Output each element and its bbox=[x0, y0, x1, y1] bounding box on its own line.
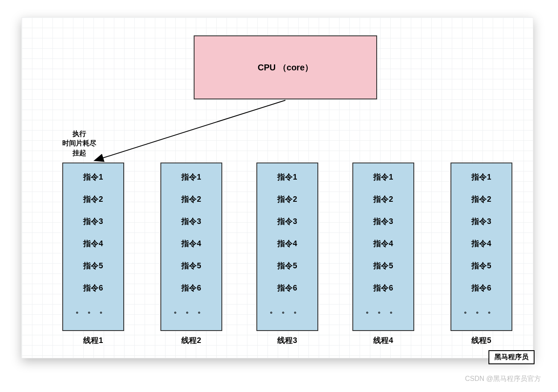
ellipsis: 。。。 bbox=[257, 305, 317, 315]
arrow-annotation: 执行 时间片耗尽 挂起 bbox=[62, 129, 96, 158]
thread-label-4: 线程4 bbox=[352, 335, 414, 346]
watermark-text: 黑马程序员 bbox=[494, 353, 529, 360]
thread-label-2: 线程2 bbox=[160, 335, 222, 346]
thread-label-5: 线程5 bbox=[450, 335, 512, 346]
instruction: 指令2 bbox=[257, 194, 317, 204]
instruction: 指令1 bbox=[161, 172, 221, 182]
instruction: 指令1 bbox=[353, 172, 413, 182]
instruction: 指令5 bbox=[353, 261, 413, 271]
instruction: 指令2 bbox=[353, 194, 413, 204]
annot-line1: 执行 bbox=[62, 129, 96, 139]
ellipsis: 。。。 bbox=[451, 305, 512, 315]
instruction: 指令3 bbox=[257, 216, 317, 226]
instruction: 指令5 bbox=[257, 261, 317, 271]
instruction: 指令3 bbox=[63, 216, 123, 226]
thread-label-1: 线程1 bbox=[62, 335, 124, 346]
instruction: 指令2 bbox=[161, 194, 221, 204]
instruction: 指令2 bbox=[63, 194, 123, 204]
ellipsis: 。。。 bbox=[353, 305, 413, 315]
instruction: 指令3 bbox=[451, 216, 512, 226]
thread-label-3: 线程3 bbox=[256, 335, 318, 346]
thread-box-2: 指令1 指令2 指令3 指令4 指令5 指令6 。。。 bbox=[160, 163, 222, 331]
annot-line2: 时间片耗尽 bbox=[62, 139, 96, 148]
instruction: 指令6 bbox=[451, 283, 512, 293]
svg-line-1 bbox=[95, 100, 285, 160]
thread-box-3: 指令1 指令2 指令3 指令4 指令5 指令6 。。。 bbox=[256, 163, 318, 331]
thread-box-5: 指令1 指令2 指令3 指令4 指令5 指令6 。。。 bbox=[450, 163, 512, 331]
instruction: 指令5 bbox=[63, 261, 123, 271]
instruction: 指令1 bbox=[257, 172, 317, 182]
instruction: 指令4 bbox=[161, 238, 221, 249]
instruction: 指令5 bbox=[161, 261, 221, 271]
cpu-label: CPU （core） bbox=[258, 62, 313, 73]
instruction: 指令6 bbox=[63, 283, 123, 293]
instruction: 指令1 bbox=[451, 172, 512, 182]
instruction: 指令6 bbox=[353, 283, 413, 293]
instruction: 指令5 bbox=[451, 261, 512, 271]
instruction: 指令2 bbox=[451, 194, 512, 204]
instruction: 指令6 bbox=[161, 283, 221, 293]
thread-box-4: 指令1 指令2 指令3 指令4 指令5 指令6 。。。 bbox=[352, 163, 414, 331]
instruction: 指令3 bbox=[161, 216, 221, 226]
instruction: 指令4 bbox=[353, 238, 413, 249]
watermark-box: 黑马程序员 bbox=[488, 350, 535, 364]
credit-text: CSDN @黑马程序员官方 bbox=[465, 375, 541, 383]
instruction: 指令4 bbox=[257, 238, 317, 249]
ellipsis: 。。。 bbox=[63, 305, 123, 315]
thread-box-1: 指令1 指令2 指令3 指令4 指令5 指令6 。。。 bbox=[62, 163, 124, 331]
diagram-canvas: CPU （core） 执行 时间片耗尽 挂起 指令1 指令2 指令3 指令4 指… bbox=[21, 17, 533, 358]
instruction: 指令4 bbox=[63, 238, 123, 249]
cpu-box: CPU （core） bbox=[194, 35, 377, 99]
instruction: 指令3 bbox=[353, 216, 413, 226]
annot-line3: 挂起 bbox=[62, 148, 96, 158]
instruction: 指令1 bbox=[63, 172, 123, 182]
ellipsis: 。。。 bbox=[161, 305, 221, 315]
instruction: 指令6 bbox=[257, 283, 317, 293]
instruction: 指令4 bbox=[451, 238, 512, 249]
